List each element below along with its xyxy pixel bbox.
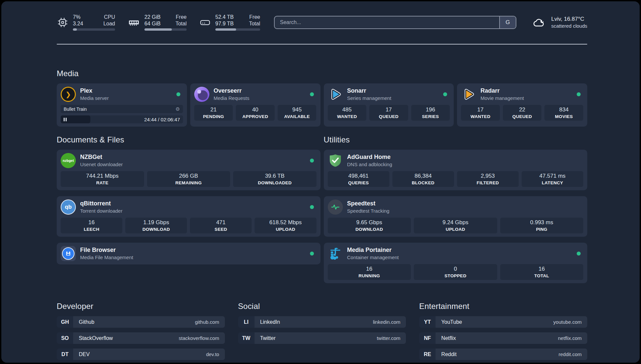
cpu-label: CPU: [103, 14, 115, 20]
social-section: Social LI LinkedIn linkedin.com TW Twitt…: [238, 302, 406, 360]
link-name: StackOverflow: [79, 335, 113, 341]
link-reddit[interactable]: RE Reddit reddit.com: [419, 349, 587, 360]
app-name: Sonarr: [347, 87, 391, 95]
app-name: Speedtest: [347, 200, 389, 207]
portainer-icon: [328, 246, 343, 261]
link-abbr: RE: [419, 349, 436, 360]
stat-box: 22 QUEUED: [503, 105, 542, 121]
memory-progress-fill: [144, 28, 172, 31]
stat-box: 16 TOTAL: [500, 264, 584, 280]
link-linkedin[interactable]: LI LinkedIn linkedin.com: [238, 316, 406, 328]
link-name: Netflix: [441, 335, 456, 341]
disk-icon: [199, 16, 211, 28]
link-url: netflix.com: [558, 335, 582, 341]
nzbget-card[interactable]: nzbget NZBGet Usenet downloader 744.21 M…: [57, 150, 320, 190]
cpu-progress-fill: [73, 28, 77, 31]
app-name: qBittorrent: [80, 200, 122, 207]
plex-card[interactable]: ❯ Plex Media server Bullet Train ⚙ 24:44…: [57, 83, 187, 127]
link-abbr: SO: [57, 332, 73, 344]
filebrowser-icon: [61, 246, 76, 261]
pause-button[interactable]: [61, 115, 90, 123]
memory-free-label: Free: [175, 14, 187, 20]
link-name: Reddit: [441, 351, 456, 357]
link-twitter[interactable]: TW Twitter twitter.com: [238, 332, 406, 344]
player-row: 24:44 / 02:06:47: [61, 115, 183, 123]
link-url: github.com: [195, 319, 219, 325]
memory-stat: 22 GiB 64 GiB Free Total: [128, 14, 187, 31]
entertainment-section: Entertainment YT YouTube youtube.com NF …: [419, 302, 587, 360]
stat-box: 2,953 FILTERED: [457, 171, 519, 187]
search-engine-button[interactable]: G: [499, 16, 516, 28]
weather-location-temp: Lviv, 16.87°C: [551, 15, 587, 23]
link-abbr: TW: [238, 332, 255, 344]
cpu-icon: [57, 16, 69, 28]
status-dot: [577, 92, 581, 96]
dashboard-page: 7% 3.24 CPU Load: [1, 1, 640, 363]
link-netflix[interactable]: NF Netflix netflix.com: [419, 332, 587, 344]
link-url: twitter.com: [377, 335, 401, 341]
gear-icon[interactable]: ⚙: [175, 106, 180, 111]
cloud-icon: [532, 16, 547, 29]
link-stackoverflow[interactable]: SO StackOverflow stackoverflow.com: [57, 332, 225, 344]
stat-box: 498,461 QUERIES: [328, 171, 389, 187]
link-url: dev.to: [206, 351, 219, 357]
memory-progress-track: [144, 28, 187, 31]
link-url: youtube.com: [553, 319, 582, 325]
stat-box: 0 STOPPED: [414, 264, 497, 280]
link-youtube[interactable]: YT YouTube youtube.com: [419, 316, 587, 328]
qbittorrent-card[interactable]: qb qBittorrent Torrent downloader 16 LEE…: [57, 196, 320, 237]
stat-box: 0.993 ms PING: [500, 218, 584, 233]
now-playing-title: Bullet Train: [64, 106, 175, 112]
ram-icon: [128, 16, 140, 28]
search-input[interactable]: [275, 16, 499, 28]
search-bar: G: [274, 16, 516, 29]
section-title-social: Social: [238, 302, 406, 311]
status-dot: [443, 92, 447, 96]
plex-icon: ❯: [61, 87, 76, 102]
memory-free-value: 22 GiB: [144, 14, 161, 20]
link-name: Github: [79, 319, 94, 325]
nzbget-icon: nzbget: [61, 153, 76, 168]
overseerr-icon: [194, 87, 209, 102]
stat-box: 744.21 Mbps RATE: [61, 171, 144, 187]
stat-box: 40 APPROVED: [236, 105, 275, 121]
app-desc: Media File Management: [80, 255, 133, 260]
cpu-stat: 7% 3.24 CPU Load: [57, 14, 115, 31]
top-bar: 7% 3.24 CPU Load: [1, 1, 640, 31]
app-desc: Movie management: [480, 95, 524, 101]
stat-box: 485 WANTED: [328, 105, 367, 121]
developer-section: Developer GH Github github.com SO StackO…: [57, 302, 225, 360]
section-title-utilities: Utilities: [324, 135, 588, 144]
memory-total-value: 64 GiB: [144, 20, 161, 27]
stat-box: 17 WANTED: [461, 105, 500, 121]
cpu-progress-track: [73, 28, 115, 31]
filebrowser-card[interactable]: File Browser Media File Management: [57, 243, 320, 264]
stat-box: 17 QUEUED: [369, 105, 408, 121]
app-desc: Media server: [80, 95, 109, 101]
radarr-card[interactable]: Radarr Movie management 17 WANTED 22 QUE…: [457, 83, 587, 127]
stat-box: 945 AVAILABLE: [278, 105, 317, 121]
link-abbr: LI: [238, 316, 255, 328]
overseerr-card[interactable]: Overseerr Media Requests 21 PENDING 40 A…: [190, 83, 320, 127]
status-dot: [310, 92, 314, 96]
status-dot: [577, 252, 581, 256]
utilities-column: Utilities: [324, 135, 588, 283]
sonarr-icon: [328, 87, 343, 102]
app-desc: Torrent downloader: [80, 208, 122, 214]
stat-box: 39.6 TB DOWNLOADED: [233, 171, 317, 187]
link-dev[interactable]: DT DEV dev.to: [57, 349, 225, 360]
link-name: Twitter: [260, 335, 276, 341]
adguard-card[interactable]: AdGuard Home DNS and adblocking 498,461 …: [324, 150, 588, 190]
section-title-entertainment: Entertainment: [419, 302, 587, 311]
speedtest-card[interactable]: Speedtest Speedtest Tracking 9.65 Gbps D…: [324, 196, 588, 237]
app-name: File Browser: [80, 247, 133, 254]
sonarr-card[interactable]: Sonarr Series management 485 WANTED 17 Q…: [324, 83, 454, 127]
app-desc: Container management: [347, 255, 399, 260]
media-grid: ❯ Plex Media server Bullet Train ⚙ 24:44…: [57, 83, 587, 127]
status-dot: [310, 252, 314, 256]
app-desc: Media Requests: [214, 95, 249, 101]
portainer-card[interactable]: Media Portainer Container management 16 …: [324, 243, 588, 283]
stat-box: 16 LEECH: [61, 218, 122, 233]
stat-box: 471 SEED: [190, 218, 252, 233]
link-github[interactable]: GH Github github.com: [57, 316, 225, 328]
